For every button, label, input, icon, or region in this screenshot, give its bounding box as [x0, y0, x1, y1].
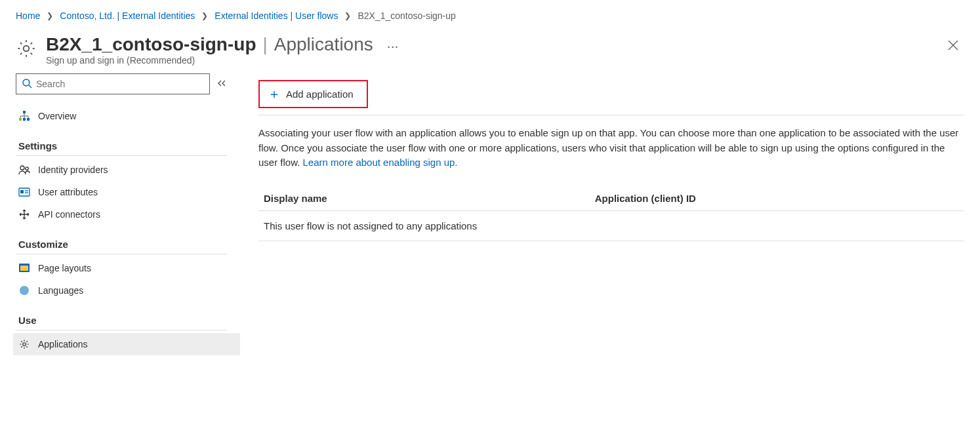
svg-point-17	[20, 286, 29, 295]
sidebar-item-label: Identity providers	[38, 165, 108, 175]
sitemap-icon	[18, 110, 30, 122]
svg-rect-5	[23, 111, 26, 113]
svg-point-0	[24, 46, 30, 52]
gear-icon	[16, 38, 37, 61]
page-title-section: Applications	[274, 34, 373, 55]
breadcrumb-current: B2X_1_contoso-sign-up	[357, 10, 455, 21]
page-header: B2X_1_contoso-sign-up | Applications ···…	[0, 26, 980, 73]
svg-point-10	[26, 167, 28, 170]
add-application-label: Add application	[286, 89, 354, 100]
page-subtitle: Sign up and sign in (Recommended)	[46, 55, 933, 66]
page-title: B2X_1_contoso-sign-up	[46, 34, 256, 55]
layout-icon	[18, 262, 30, 274]
svg-rect-16	[20, 266, 28, 271]
people-icon	[18, 164, 30, 176]
gear-icon	[18, 338, 30, 350]
breadcrumb-flows[interactable]: External Identities | User flows	[214, 10, 338, 21]
svg-point-3	[23, 79, 30, 86]
chevron-right-icon: ❯	[47, 11, 53, 20]
sidebar: Overview Settings Identity providers	[16, 73, 232, 355]
search-input[interactable]	[32, 79, 204, 89]
description-text: Associating your user flow with an appli…	[258, 126, 964, 170]
sidebar-item-label: Page layouts	[38, 263, 91, 273]
breadcrumb-home[interactable]: Home	[16, 10, 40, 21]
svg-rect-6	[19, 118, 22, 121]
learn-more-link[interactable]: Learn more about enabling sign up.	[303, 157, 458, 168]
close-button[interactable]	[942, 34, 964, 58]
sidebar-item-label: Applications	[38, 339, 88, 349]
move-icon	[18, 208, 30, 220]
svg-point-9	[20, 166, 24, 170]
sidebar-item-label: Overview	[38, 111, 76, 121]
breadcrumb: Home ❯ Contoso, Ltd. | External Identiti…	[0, 0, 980, 26]
more-actions-button[interactable]: ···	[388, 35, 399, 52]
toolbar: ＋ Add application	[258, 73, 964, 115]
sidebar-item-languages[interactable]: Languages	[16, 279, 227, 302]
sidebar-item-label: User attributes	[38, 187, 98, 197]
svg-rect-7	[23, 118, 26, 121]
column-display-name: Display name	[264, 193, 595, 204]
sidebar-item-applications[interactable]: Applications	[13, 333, 240, 355]
table-empty-message: This user flow is not assigned to any ap…	[258, 211, 964, 241]
sidebar-item-page-layouts[interactable]: Page layouts	[16, 257, 227, 279]
search-input-wrapper[interactable]	[16, 73, 210, 94]
breadcrumb-org[interactable]: Contoso, Ltd. | External Identities	[60, 10, 195, 21]
main-content: ＋ Add application Associating your user …	[232, 73, 964, 355]
sidebar-group-settings: Settings	[16, 127, 227, 156]
svg-point-18	[23, 343, 26, 346]
sidebar-item-label: Languages	[38, 285, 83, 296]
svg-rect-8	[27, 118, 30, 121]
sidebar-group-customize: Customize	[16, 226, 227, 254]
chevron-right-icon: ❯	[344, 11, 351, 20]
sidebar-item-overview[interactable]: Overview	[16, 105, 227, 127]
id-card-icon	[18, 186, 30, 198]
collapse-sidebar-button[interactable]	[216, 79, 227, 90]
sidebar-item-label: API connectors	[38, 209, 100, 220]
svg-line-4	[29, 85, 31, 88]
sidebar-item-api-connectors[interactable]: API connectors	[16, 203, 227, 226]
sidebar-item-user-attributes[interactable]: User attributes	[16, 181, 227, 203]
column-application-id: Application (client) ID	[595, 193, 959, 204]
sidebar-group-use: Use	[16, 302, 227, 330]
plus-icon: ＋	[268, 85, 281, 103]
chevron-right-icon: ❯	[201, 11, 208, 20]
add-application-button[interactable]: ＋ Add application	[258, 80, 368, 108]
sidebar-item-identity-providers[interactable]: Identity providers	[16, 159, 227, 181]
applications-table-header: Display name Application (client) ID	[258, 186, 964, 211]
search-icon	[22, 78, 32, 90]
svg-rect-12	[20, 190, 24, 193]
globe-icon	[18, 285, 30, 296]
title-separator: |	[262, 34, 267, 55]
